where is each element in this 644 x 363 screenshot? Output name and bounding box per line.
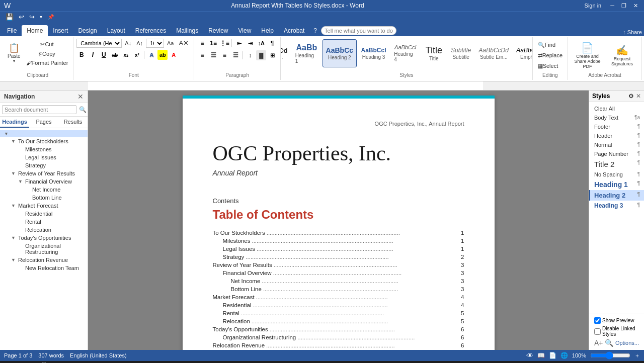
- styles-pane-close[interactable]: ✕: [636, 93, 641, 100]
- tab-mailings[interactable]: Mailings: [171, 25, 203, 36]
- nav-item-rental[interactable]: Rental: [0, 218, 88, 226]
- italic-button[interactable]: I: [88, 50, 98, 60]
- decrease-font-btn[interactable]: A↓: [123, 39, 133, 47]
- doc-company-name[interactable]: OGC Properties, Inc.: [213, 142, 464, 165]
- align-left-btn[interactable]: ≡: [197, 50, 207, 60]
- copy-button[interactable]: ⎘ Copy: [24, 50, 70, 58]
- paste-arrow[interactable]: ▾: [13, 59, 15, 63]
- zoom-slider[interactable]: [590, 351, 630, 359]
- format-painter-button[interactable]: 🖌 Format Painter: [24, 59, 70, 67]
- tab-design[interactable]: Design: [73, 25, 102, 36]
- nav-item-newteam[interactable]: New Relocation Team: [0, 264, 88, 272]
- options-link[interactable]: Options...: [615, 340, 639, 346]
- line-spacing-btn[interactable]: ↕: [245, 50, 255, 60]
- read-mode-btn[interactable]: 📖: [537, 352, 545, 359]
- clear-format-btn[interactable]: A✕: [177, 38, 191, 48]
- increase-font-btn[interactable]: A↑: [134, 39, 145, 47]
- show-hide-btn[interactable]: ¶: [267, 38, 277, 48]
- sp-header[interactable]: Header ¶: [589, 131, 644, 140]
- border-btn[interactable]: ⊞: [267, 50, 277, 60]
- nav-item-0[interactable]: ▼: [0, 130, 88, 137]
- focus-mode-btn[interactable]: 👁: [526, 351, 533, 359]
- subscript-button[interactable]: x₂: [121, 50, 131, 60]
- align-center-btn[interactable]: ☰: [208, 50, 218, 60]
- nav-item-review[interactable]: ▼ Review of Year Results: [0, 169, 88, 177]
- sp-heading1[interactable]: Heading 1 ¶: [589, 179, 644, 190]
- tab-acrobat[interactable]: Acrobat: [279, 25, 309, 36]
- nav-item-relocation[interactable]: Relocation: [0, 226, 88, 234]
- numbering-btn[interactable]: 1≡: [208, 38, 218, 48]
- decrease-indent-btn[interactable]: ⇤: [234, 38, 244, 48]
- nav-search-button[interactable]: 🔍: [77, 105, 88, 114]
- find-button[interactable]: 🔍 Find: [536, 41, 557, 49]
- web-layout-btn[interactable]: 🌐: [560, 352, 568, 359]
- nav-item-milestones[interactable]: Milestones: [0, 145, 88, 153]
- disable-linked-checkbox[interactable]: [594, 328, 601, 335]
- select-button[interactable]: ▦ Select: [536, 62, 560, 70]
- document-area[interactable]: OGC Properties, Inc., Annual Report OGC …: [88, 90, 589, 350]
- sp-body-text[interactable]: Body Text ¶a: [589, 113, 644, 122]
- sp-heading2[interactable]: Heading 2 ¶: [589, 190, 644, 201]
- justify-btn[interactable]: ☰: [230, 50, 240, 60]
- text-effect-btn[interactable]: A: [146, 50, 156, 60]
- minimize-button[interactable]: ─: [608, 3, 616, 9]
- nav-item-stockholders[interactable]: ▼ To Our Stockholders: [0, 137, 88, 145]
- tab-view[interactable]: View: [233, 25, 257, 36]
- tab-layout[interactable]: Layout: [102, 25, 130, 36]
- align-right-btn[interactable]: ≡: [219, 50, 229, 60]
- increase-indent-btn[interactable]: ⇥: [245, 38, 255, 48]
- nav-item-legal[interactable]: Legal Issues: [0, 153, 88, 161]
- request-signatures-btn[interactable]: ✍ Request Signatures: [606, 40, 638, 70]
- font-size-select[interactable]: 16: [146, 39, 164, 48]
- share-button[interactable]: ↑ Share: [623, 29, 642, 35]
- style-heading1[interactable]: AaBb Heading 1: [292, 39, 321, 67]
- tab-insert[interactable]: Insert: [48, 25, 73, 36]
- nav-close-button[interactable]: ✕: [77, 93, 84, 101]
- sort-btn[interactable]: ↕A: [256, 38, 266, 48]
- nav-item-financial[interactable]: ▼ Financial Overview: [0, 177, 88, 186]
- signin-button[interactable]: Sign in: [585, 3, 602, 9]
- style-heading3[interactable]: AaBbCcI Heading 3: [358, 39, 389, 67]
- underline-button[interactable]: U: [99, 50, 109, 60]
- font-color-btn[interactable]: A: [169, 50, 179, 60]
- tab-home[interactable]: Home: [22, 25, 48, 36]
- help-icon[interactable]: ?: [313, 27, 317, 34]
- multilevel-btn[interactable]: ⋮≡: [219, 38, 229, 48]
- tab-file[interactable]: File: [2, 25, 22, 36]
- undo-quick-btn[interactable]: ↩: [17, 13, 26, 21]
- style-heading2[interactable]: AaBbCc Heading 2: [323, 39, 357, 67]
- nav-item-relrev[interactable]: ▼ Relocation Revenue: [0, 256, 88, 264]
- nav-item-market[interactable]: ▼ Market Forecast: [0, 202, 88, 210]
- style-title[interactable]: Title Title: [421, 39, 446, 67]
- nav-tab-results[interactable]: Results: [58, 117, 88, 128]
- paste-button[interactable]: 📋 Paste ▾: [5, 38, 23, 68]
- text-highlight-btn[interactable]: ab: [157, 50, 168, 60]
- close-button[interactable]: ✕: [631, 3, 640, 9]
- sp-page-number[interactable]: Page Number ¶: [589, 149, 644, 158]
- more-quick-btn[interactable]: ▾: [38, 14, 44, 20]
- nav-item-netincome[interactable]: Net Income: [0, 186, 88, 194]
- style-heading4[interactable]: AaBbCcI Heading 4: [390, 39, 420, 67]
- nav-item-residential[interactable]: Residential: [0, 210, 88, 218]
- tab-review[interactable]: Review: [203, 25, 233, 36]
- change-case-btn[interactable]: Aa: [165, 39, 176, 47]
- style-subtitle[interactable]: Subtitle Subtitle: [447, 39, 474, 67]
- nav-item-bottomline[interactable]: Bottom Line: [0, 194, 88, 202]
- style-subtle-em[interactable]: AaBbCcDd Subtle Em...: [475, 39, 512, 67]
- ribbon-pin[interactable]: 📌: [48, 14, 54, 20]
- styles-pane-options-icon[interactable]: ⚙: [628, 93, 634, 100]
- sp-clear-all[interactable]: Clear All: [589, 104, 644, 113]
- sp-heading3[interactable]: Heading 3 ¶: [589, 201, 644, 211]
- nav-item-today[interactable]: ▼ Today's Opportunities: [0, 234, 88, 242]
- superscript-button[interactable]: x²: [132, 50, 142, 60]
- show-preview-checkbox[interactable]: [594, 317, 601, 324]
- redo-quick-btn[interactable]: ↪: [28, 13, 36, 21]
- replace-button[interactable]: ⇄ Replace: [536, 51, 565, 60]
- inspector-btn[interactable]: 🔍: [605, 339, 613, 347]
- print-layout-btn[interactable]: 📄: [549, 352, 556, 359]
- font-family-select[interactable]: Cambria (He: [76, 39, 122, 48]
- cut-button[interactable]: ✂ Cut: [24, 40, 70, 49]
- create-share-pdf-btn[interactable]: 📄 Create and Share Adobe PDF: [571, 40, 604, 70]
- style-emphasis[interactable]: AaBbCcDd Emphasis: [513, 39, 533, 67]
- strikethrough-button[interactable]: ab: [110, 50, 120, 60]
